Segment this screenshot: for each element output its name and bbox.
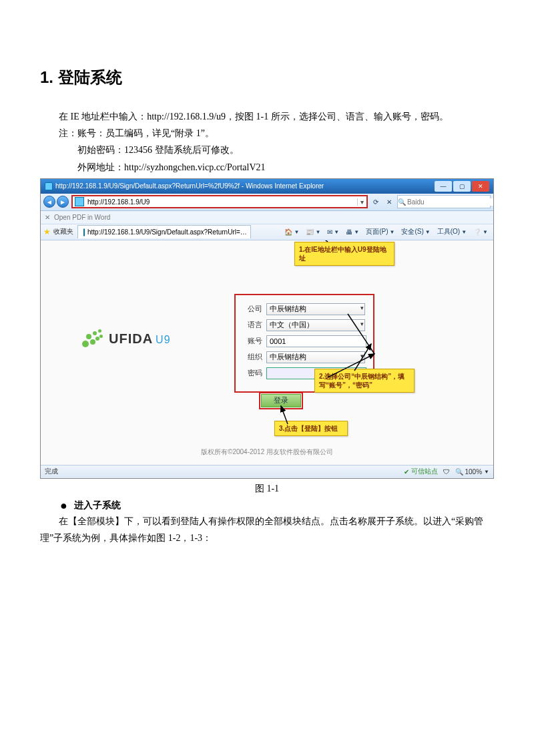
ie-toolbar-row3: ★ 收藏夹 http://192.168.1.9/U9/Sign/Default… — [41, 224, 493, 240]
label-password: 密码 — [242, 368, 262, 378]
label-org: 组织 — [242, 352, 262, 362]
status-done: 完成 — [45, 467, 58, 476]
figure-caption: 图 1-1 — [40, 483, 494, 495]
doc-note3: 外网地址：http://syzhongchen.vicp.cc/PortalV2… — [40, 159, 494, 176]
stop-button[interactable]: ✕ — [384, 196, 394, 207]
safety-menu[interactable]: 安全(S)▼ — [398, 226, 433, 238]
address-input[interactable] — [86, 198, 357, 206]
logo-text: UFIDA — [109, 331, 153, 346]
tools-menu[interactable]: 工具(O)▼ — [435, 226, 469, 238]
search-box[interactable]: 🔍 ▾ — [397, 195, 491, 208]
copyright-text: 版权所有©2004-2012 用友软件股份有限公司 — [41, 447, 493, 457]
ie-nav-bar: ◄ ► ▾ ⟳ ✕ 🔍 ▾ — [41, 194, 493, 211]
doc-note1: 注：账号：员工编码，详见“附录 1”。 — [40, 125, 494, 142]
mail-icon: ✉ — [327, 228, 332, 236]
window-close-button[interactable]: ✕ — [472, 181, 489, 192]
select-company[interactable] — [266, 303, 365, 315]
page-icon — [75, 197, 84, 206]
ie-icon — [45, 182, 53, 190]
select-org[interactable] — [266, 351, 365, 363]
ie-window-title: http://192.168.1.9/U9/Sign/Default.aspx?… — [55, 182, 324, 190]
browser-tab[interactable]: http://192.168.1.9/U9/Sign/Default.aspx?… — [77, 225, 251, 238]
ie-title-bar: http://192.168.1.9/U9/Sign/Default.aspx?… — [41, 179, 493, 194]
zoom-icon: 🔍 — [455, 468, 463, 476]
ie-toolbar-row2: ✕ Open PDF in Word — [41, 211, 493, 224]
doc-para1: 在 IE 地址栏中输入：http://192.168.1.9/u9，按图 1-1… — [40, 108, 494, 125]
bullet-title: 进入子系统 — [74, 500, 121, 512]
help-icon: ❔ — [473, 228, 481, 236]
open-pdf-label: Open PDF in Word — [54, 214, 110, 221]
home-button[interactable]: 🏠▼ — [282, 227, 302, 237]
favorites-label: 收藏夹 — [53, 227, 73, 236]
home-icon: 🏠 — [284, 228, 292, 236]
check-icon: ✔ — [404, 468, 409, 476]
label-language: 语言 — [242, 320, 262, 330]
callout-2: 2.选择公司“中辰钢结构”，填写“账号”，“密码” — [314, 369, 415, 393]
zoom-control[interactable]: 🔍 100% ▼ — [455, 468, 490, 476]
print-button[interactable]: 🖶▼ — [343, 227, 362, 237]
tab-title: http://192.168.1.9/U9/Sign/Default.aspx?… — [87, 228, 247, 236]
callout-3: 3.点击【登陆】按钮 — [274, 421, 348, 436]
doc-para2: 在【全部模块】下，可以看到登陆人有操作权限的全部模块结点。点击名称展开子系统。以… — [40, 513, 494, 546]
address-dropdown-icon[interactable]: ▾ — [357, 198, 366, 206]
tab-icon — [83, 228, 85, 236]
page-viewport: UFIDAU9 公司 语言 账号 组织 密码 — [41, 240, 493, 465]
window-maximize-button[interactable]: ▢ — [453, 181, 471, 192]
search-dropdown-icon[interactable]: ▾ — [493, 198, 494, 206]
close-tab-icon[interactable]: ✕ — [45, 214, 50, 221]
address-bar[interactable]: ▾ — [71, 195, 368, 208]
doc-heading: 1. 登陆系统 — [40, 67, 494, 88]
doc-note2: 初始密码：123456 登陆系统后可修改。 — [40, 142, 494, 158]
feed-icon: 📰 — [306, 228, 314, 236]
nav-back-button[interactable]: ◄ — [43, 196, 55, 208]
logo-subtext: U9 — [156, 334, 170, 345]
screenshot-figure: http://192.168.1.9/U9/Sign/Default.aspx?… — [40, 178, 494, 479]
mail-button[interactable]: ✉▼ — [324, 227, 342, 237]
favorites-button[interactable]: ★ 收藏夹 — [43, 227, 73, 236]
status-trusted: ✔ 可信站点 — [404, 467, 438, 476]
refresh-button[interactable]: ⟳ — [370, 196, 381, 207]
select-language[interactable] — [266, 319, 365, 331]
feeds-button[interactable]: 📰▼ — [303, 227, 323, 237]
nav-forward-button[interactable]: ► — [57, 196, 69, 208]
star-icon: ★ — [43, 227, 51, 236]
callout-1: 1.在IE地址栏中输入U9登陆地址 — [294, 242, 394, 266]
search-input[interactable] — [406, 198, 493, 206]
help-button[interactable]: ❔▼ — [471, 227, 491, 237]
window-minimize-button[interactable]: — — [435, 181, 452, 192]
page-menu[interactable]: 页面(P)▼ — [363, 226, 397, 238]
ie-status-bar: 完成 ✔ 可信站点 🛡 🔍 100% ▼ — [41, 465, 493, 478]
print-icon: 🖶 — [346, 228, 352, 236]
label-account: 账号 — [242, 336, 262, 346]
protected-mode-icon: 🛡 — [443, 468, 450, 476]
search-icon: 🔍 — [398, 196, 406, 207]
bullet-icon: ● — [60, 499, 67, 513]
logo-graphic — [81, 327, 105, 351]
ufida-logo: UFIDAU9 — [81, 327, 171, 351]
input-account[interactable] — [266, 335, 366, 347]
label-company: 公司 — [242, 304, 262, 314]
login-button[interactable]: 登录 — [261, 394, 301, 407]
